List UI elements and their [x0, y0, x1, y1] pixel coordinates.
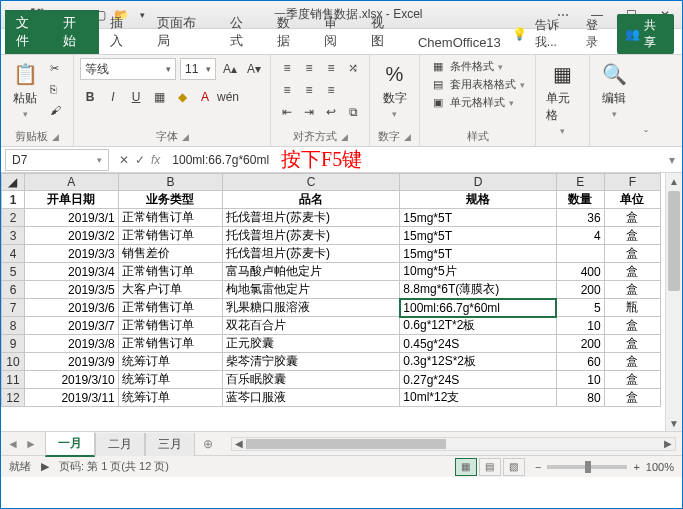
cell[interactable]: 2019/3/6 — [24, 299, 118, 317]
align-right-button[interactable]: ≡ — [321, 80, 341, 100]
wrap-text-button[interactable]: ↩ — [321, 102, 341, 122]
row-header[interactable]: 3 — [2, 227, 25, 245]
cell[interactable]: 盒 — [604, 353, 660, 371]
column-header[interactable]: B — [118, 174, 222, 191]
header-cell[interactable]: 数量 — [556, 191, 604, 209]
conditional-format-button[interactable]: ▦条件格式▾ — [426, 58, 529, 75]
share-button[interactable]: 👥共享 — [617, 14, 674, 54]
cell[interactable]: 60 — [556, 353, 604, 371]
font-color-button[interactable]: A — [195, 87, 215, 107]
cell[interactable]: 盒 — [604, 245, 660, 263]
cell[interactable]: 10 — [556, 317, 604, 335]
number-format-button[interactable]: % 数字 ▾ — [377, 58, 413, 121]
sheet-tab[interactable]: 二月 — [95, 433, 145, 456]
cell[interactable]: 400 — [556, 263, 604, 281]
cell[interactable]: 托伐普坦片(苏麦卡) — [223, 245, 400, 263]
cell[interactable]: 销售差价 — [118, 245, 222, 263]
cell[interactable]: 瓶 — [604, 299, 660, 317]
cell[interactable]: 2019/3/10 — [24, 371, 118, 389]
row-header[interactable]: 7 — [2, 299, 25, 317]
number-launcher[interactable]: ◢ — [404, 132, 411, 142]
sheet-nav-prev[interactable]: ◄ — [7, 437, 19, 451]
underline-button[interactable]: U — [126, 87, 146, 107]
cell[interactable]: 统筹订单 — [118, 371, 222, 389]
column-header[interactable]: A — [24, 174, 118, 191]
tell-me-input[interactable]: 告诉我... — [535, 17, 579, 51]
header-cell[interactable]: 业务类型 — [118, 191, 222, 209]
align-top-button[interactable]: ≡ — [277, 58, 297, 78]
collapse-ribbon-button[interactable]: ˇ — [638, 126, 654, 146]
scroll-thumb[interactable] — [246, 439, 446, 449]
tab-review[interactable]: 审阅 — [313, 10, 360, 54]
grow-font-button[interactable]: A▴ — [220, 59, 240, 79]
shrink-font-button[interactable]: A▾ — [244, 59, 264, 79]
cell[interactable]: 4 — [556, 227, 604, 245]
cell[interactable]: 10mg*5片 — [400, 263, 556, 281]
cell[interactable]: 百乐眠胶囊 — [223, 371, 400, 389]
cell[interactable]: 2019/3/1 — [24, 209, 118, 227]
scroll-up-icon[interactable]: ▲ — [666, 173, 682, 189]
phonetic-button[interactable]: wén — [218, 87, 238, 107]
zoom-in-button[interactable]: + — [633, 461, 639, 473]
vertical-scrollbar[interactable]: ▲ ▼ — [665, 173, 682, 431]
cell[interactable]: 2019/3/3 — [24, 245, 118, 263]
copy-button[interactable]: ⎘ — [47, 79, 67, 99]
cell[interactable]: 2019/3/5 — [24, 281, 118, 299]
cell[interactable]: 正常销售订单 — [118, 335, 222, 353]
cell[interactable]: 托伐普坦片(苏麦卡) — [223, 209, 400, 227]
scroll-right-icon[interactable]: ▶ — [661, 438, 675, 450]
italic-button[interactable]: I — [103, 87, 123, 107]
sheet-nav-next[interactable]: ► — [25, 437, 37, 451]
scroll-thumb[interactable] — [668, 191, 680, 291]
cell[interactable]: 正常销售订单 — [118, 317, 222, 335]
row-header[interactable]: 2 — [2, 209, 25, 227]
editing-button[interactable]: 🔍 编辑 ▾ — [596, 58, 632, 121]
cell[interactable]: 2019/3/9 — [24, 353, 118, 371]
cell[interactable]: 2019/3/8 — [24, 335, 118, 353]
cell[interactable]: 盒 — [604, 317, 660, 335]
align-center-button[interactable]: ≡ — [299, 80, 319, 100]
row-header[interactable]: 5 — [2, 263, 25, 281]
cell[interactable]: 2019/3/4 — [24, 263, 118, 281]
cell[interactable]: 15mg*5T — [400, 227, 556, 245]
row-header[interactable]: 12 — [2, 389, 25, 407]
format-as-table-button[interactable]: ▤套用表格格式▾ — [426, 76, 529, 93]
cell[interactable]: 正常销售订单 — [118, 209, 222, 227]
tab-formulas[interactable]: 公式 — [219, 10, 266, 54]
normal-view-button[interactable]: ▦ — [455, 458, 477, 476]
fx-icon[interactable]: fx — [151, 153, 160, 167]
cell[interactable]: 0.45g*24S — [400, 335, 556, 353]
cell[interactable]: 200 — [556, 335, 604, 353]
tab-insert[interactable]: 插入 — [99, 10, 146, 54]
paste-button[interactable]: 📋 粘贴 ▾ — [7, 58, 43, 121]
cell[interactable]: 盒 — [604, 209, 660, 227]
tab-layout[interactable]: 页面布局 — [146, 10, 218, 54]
tab-chemoffice[interactable]: ChemOffice13 — [407, 31, 512, 54]
add-sheet-button[interactable]: ⊕ — [195, 434, 221, 454]
row-header[interactable]: 6 — [2, 281, 25, 299]
row-header[interactable]: 4 — [2, 245, 25, 263]
sheet-tab-active[interactable]: 一月 — [45, 432, 95, 457]
sheet-tab[interactable]: 三月 — [145, 433, 195, 456]
formula-input[interactable]: 100ml:66.7g*60ml 按下F5键 — [166, 146, 662, 173]
cancel-formula-icon[interactable]: ✕ — [119, 153, 129, 167]
column-header[interactable]: E — [556, 174, 604, 191]
cell[interactable]: 盒 — [604, 263, 660, 281]
decrease-indent-button[interactable]: ⇤ — [277, 102, 297, 122]
cell[interactable]: 15mg*5T — [400, 209, 556, 227]
cell[interactable]: 2019/3/7 — [24, 317, 118, 335]
row-header[interactable]: 11 — [2, 371, 25, 389]
cell[interactable]: 双花百合片 — [223, 317, 400, 335]
header-cell[interactable]: 规格 — [400, 191, 556, 209]
orientation-button[interactable]: ⤮ — [343, 58, 363, 78]
tab-file[interactable]: 文件 — [5, 10, 52, 54]
tab-data[interactable]: 数据 — [266, 10, 313, 54]
cells-button[interactable]: ▦ 单元格 ▾ — [542, 58, 583, 138]
cell[interactable]: 5 — [556, 299, 604, 317]
cut-button[interactable]: ✂ — [47, 58, 67, 78]
font-name-combo[interactable]: 等线▾ — [80, 58, 176, 80]
header-cell[interactable]: 开单日期 — [24, 191, 118, 209]
name-box[interactable]: D7▾ — [5, 149, 109, 171]
row-header[interactable]: 1 — [2, 191, 25, 209]
font-launcher[interactable]: ◢ — [182, 132, 189, 142]
